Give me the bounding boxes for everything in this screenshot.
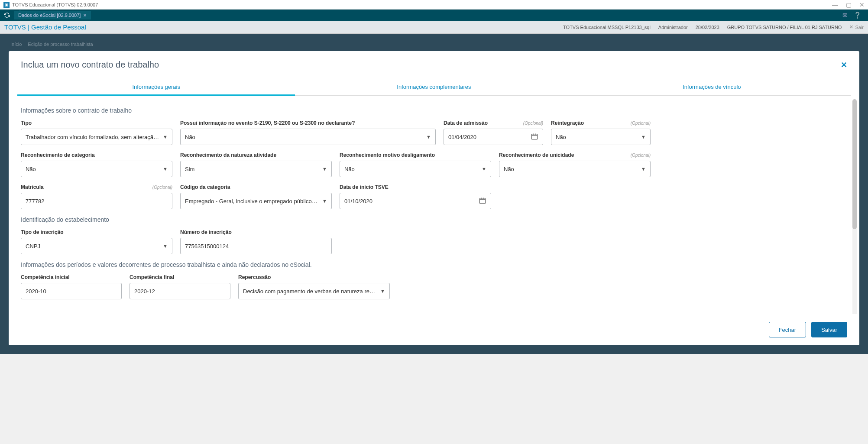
mail-icon[interactable]: ✉: [842, 12, 848, 19]
field-label: Número de inscrição: [180, 229, 232, 235]
tab-informacoes-gerais[interactable]: Informações gerais: [17, 78, 295, 95]
field-data-tsve: Data de início TSVE 01/10/2020: [340, 184, 491, 209]
field-reintegracao: Reintegração (Opcional) Não ▼: [551, 120, 651, 145]
rec-natureza-select[interactable]: Sim ▼: [180, 161, 332, 177]
competencia-final-input[interactable]: 2020-12: [130, 283, 230, 299]
user-label: Administrador: [658, 25, 688, 30]
scrollbar[interactable]: [852, 99, 857, 314]
document-tab[interactable]: Dados do eSocial [02.9.0007] ✕: [14, 11, 91, 19]
select-value: Decisão com pagamento de verbas de natur…: [243, 288, 380, 295]
field-label: Reconhecimento da natureza atividade: [180, 152, 276, 158]
form-row: Tipo Trabalhador com vínculo formalizado…: [21, 120, 847, 145]
tab-informacoes-vinculo[interactable]: Informações de vínculo: [573, 78, 851, 95]
chevron-down-icon: ▼: [426, 134, 431, 139]
tab-informacoes-complementares[interactable]: Informações complementares: [295, 78, 573, 95]
help-icon[interactable]: ❔: [854, 12, 861, 19]
card-footer: Fechar Salvar: [9, 314, 859, 345]
close-button[interactable]: Fechar: [769, 322, 806, 337]
section-title-periodos: Informações dos períodos e valores decor…: [21, 261, 847, 268]
form-tabs: Informações gerais Informações complemen…: [17, 78, 851, 96]
input-value: 777782: [26, 198, 44, 204]
app-tabbar: Dados do eSocial [02.9.0007] ✕ ✉ ❔: [0, 10, 868, 21]
field-tipo: Tipo Trabalhador com vínculo formalizado…: [21, 120, 172, 145]
date-label: 28/02/2023: [696, 25, 719, 30]
brand-bar: TOTVS | Gestão de Pessoal TOTVS Educacio…: [0, 21, 868, 34]
form-row: Reconhecimento de categoria Não ▼ Reconh…: [21, 152, 847, 177]
chevron-down-icon: ▼: [322, 198, 327, 204]
select-value: CNPJ: [26, 243, 44, 250]
select-value: Sim: [185, 166, 198, 172]
calendar-icon: [479, 197, 486, 206]
chevron-down-icon: ▼: [380, 288, 385, 294]
select-value: Não: [26, 166, 39, 172]
matricula-input[interactable]: 777782: [21, 193, 172, 209]
form-area: Informações sobre o contrato de trabalho…: [9, 96, 859, 314]
optional-label: (Opcional): [523, 121, 543, 126]
field-data-admissao: Data de admissão (Opcional) 01/04/2020: [444, 120, 543, 145]
maximize-icon[interactable]: ▢: [846, 1, 852, 8]
tipo-inscricao-select[interactable]: CNPJ ▼: [21, 238, 172, 254]
codigo-categoria-select[interactable]: Empregado - Geral, inclusive o empregado…: [180, 193, 332, 209]
breadcrumb-home[interactable]: Início: [10, 42, 22, 47]
date-value: 01/04/2020: [448, 134, 476, 140]
data-tsve-input[interactable]: 01/10/2020: [340, 193, 491, 209]
tipo-select[interactable]: Trabalhador com vínculo formalizado, sem…: [21, 129, 172, 145]
numero-inscricao-input[interactable]: 77563515000124: [180, 238, 332, 254]
optional-label: (Opcional): [631, 121, 651, 126]
minimize-icon[interactable]: —: [832, 1, 838, 8]
field-label: Repercussão: [238, 274, 271, 280]
field-label: Possui informação no evento S-2190, S-22…: [180, 120, 355, 126]
field-codigo-categoria: Código da categoria Empregado - Geral, i…: [180, 184, 332, 209]
rec-unicidade-select[interactable]: Não ▼: [499, 161, 651, 177]
calendar-icon: [531, 133, 538, 142]
field-label: Tipo de inscrição: [21, 229, 63, 235]
chevron-down-icon: ▼: [641, 166, 646, 172]
rec-motivo-select[interactable]: Não ▼: [340, 161, 491, 177]
close-button-label: Fechar: [779, 327, 796, 333]
form-row: Matrícula (Opcional) 777782 Código da ca…: [21, 184, 847, 209]
competencia-inicial-input[interactable]: 2020-10: [21, 283, 122, 299]
reintegracao-select[interactable]: Não ▼: [551, 129, 651, 145]
app-icon: ▣: [3, 2, 10, 8]
content-outer: Inclua um novo contrato de trabalho ✕ In…: [0, 51, 868, 354]
exit-link[interactable]: ✕ Sair: [849, 24, 864, 30]
window-title: TOTVS Educacional (TOTVS) 02.9.0007: [12, 2, 98, 7]
content-card: Inclua um novo contrato de trabalho ✕ In…: [9, 51, 859, 345]
scrollbar-thumb[interactable]: [852, 99, 857, 229]
close-icon[interactable]: ✕: [841, 60, 847, 70]
field-repercussao: Repercussão Decisão com pagamento de ver…: [238, 274, 390, 299]
save-button[interactable]: Salvar: [811, 322, 847, 337]
select-value: Não: [185, 134, 199, 140]
chevron-down-icon: ▼: [482, 166, 486, 172]
section-title-contract: Informações sobre o contrato de trabalho: [21, 107, 847, 114]
select-value: Trabalhador com vínculo formalizado, sem…: [26, 134, 163, 140]
input-value: 2020-12: [134, 288, 155, 295]
exit-icon: ✕: [849, 24, 853, 30]
card-header: Inclua um novo contrato de trabalho ✕: [9, 51, 859, 75]
page-title: Inclua um novo contrato de trabalho: [21, 60, 159, 70]
field-label: Reconhecimento de categoria: [21, 152, 95, 158]
chevron-down-icon: ▼: [163, 134, 168, 139]
rec-categoria-select[interactable]: Não ▼: [21, 161, 172, 177]
field-label: Reintegração: [551, 120, 584, 126]
reload-icon[interactable]: [3, 11, 11, 19]
tab-close-icon[interactable]: ✕: [83, 13, 87, 18]
chevron-down-icon: ▼: [163, 243, 168, 249]
field-label: Matrícula: [21, 184, 44, 190]
field-label: Data de admissão: [444, 120, 488, 126]
close-window-icon[interactable]: ✕: [859, 1, 865, 8]
chevron-down-icon: ▼: [322, 166, 327, 172]
input-value: 2020-10: [26, 288, 46, 295]
field-label: Competência final: [130, 274, 174, 280]
svg-rect-1: [479, 198, 486, 203]
breadcrumb-current[interactable]: Edição de processo trabalhista: [28, 42, 93, 47]
chevron-down-icon: ▼: [641, 134, 646, 139]
repercussao-select[interactable]: Decisão com pagamento de verbas de natur…: [238, 283, 390, 299]
env-label: TOTVS Educacional MSSQL P12133_sql: [563, 25, 651, 30]
brand-right: TOTVS Educacional MSSQL P12133_sql Admin…: [563, 24, 864, 30]
data-admissao-input[interactable]: 01/04/2020: [444, 129, 543, 145]
form-row: Tipo de inscrição CNPJ ▼ Número de inscr…: [21, 229, 847, 254]
possui-select[interactable]: Não ▼: [180, 129, 436, 145]
tabbar-actions: ✉ ❔: [842, 12, 865, 19]
field-label: Tipo: [21, 120, 32, 126]
